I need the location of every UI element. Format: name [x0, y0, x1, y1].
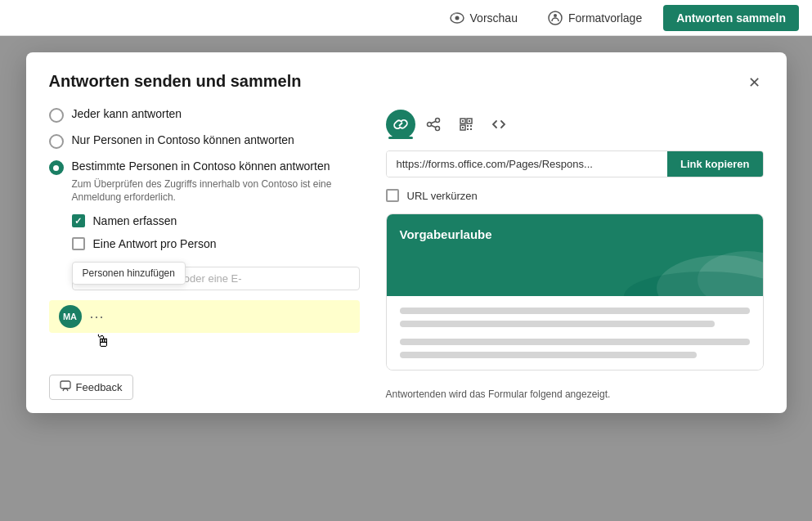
checkbox-row-1[interactable]: Namen erfassen	[72, 214, 360, 227]
preview-button[interactable]: Vorschau	[441, 5, 526, 31]
left-panel: Jeder kann antworten Nur Personen in Con…	[49, 106, 360, 400]
tooltip-box: Personen hinzufügen	[72, 262, 186, 285]
radio-label-3: Bestimmte Personen in Contoso können ant…	[72, 159, 330, 173]
radio-circle-3	[49, 160, 64, 175]
preview-card: Vorgabeurlaube	[386, 213, 764, 371]
template-label: Formatvorlage	[568, 11, 642, 25]
shorten-label: URL verkürzen	[407, 190, 478, 202]
url-shorten-row: URL verkürzen	[386, 189, 764, 202]
wave-decoration	[599, 239, 763, 296]
svg-point-7	[435, 127, 439, 131]
content-line-2	[400, 321, 715, 327]
person-tag-row: MA ···	[49, 300, 360, 333]
svg-point-6	[435, 119, 439, 123]
copy-link-button[interactable]: Link kopieren	[667, 151, 763, 177]
radio-option-3[interactable]: Bestimmte Personen in Contoso können ant…	[49, 159, 360, 204]
tab-share[interactable]	[419, 110, 448, 139]
radio-subtext: Zum Überprüfen des Zugriffs innerhalb vo…	[72, 177, 360, 205]
preview-card-content	[387, 296, 763, 370]
modal-header: Antworten senden und sammeln ✕	[26, 52, 787, 106]
radio-label-2: Nur Personen in Contoso können antworten	[72, 132, 294, 149]
tab-icons-row	[386, 110, 764, 139]
url-row: Link kopieren	[386, 150, 764, 177]
svg-rect-13	[462, 120, 464, 122]
svg-rect-19	[470, 128, 472, 130]
collect-button[interactable]: Antworten sammeln	[663, 5, 799, 31]
main-area: Antworten senden und sammeln ✕ Jeder kan…	[0, 36, 812, 521]
modal-title: Antworten senden und sammeln	[49, 72, 302, 91]
eye-icon	[449, 10, 465, 26]
radio-option-2[interactable]: Nur Personen in Contoso können antworten	[49, 132, 360, 149]
svg-point-5	[427, 123, 431, 127]
feedback-icon	[60, 380, 71, 394]
content-line-3	[400, 339, 750, 345]
svg-rect-15	[462, 127, 464, 128]
preview-card-header: Vorgabeurlaube	[387, 214, 763, 296]
shorten-checkbox[interactable]	[386, 189, 399, 202]
checkbox-label-1: Namen erfassen	[93, 214, 177, 227]
radio-label-1: Jeder kann antworten	[72, 106, 182, 123]
tab-indicator	[388, 137, 413, 139]
svg-rect-18	[467, 128, 469, 130]
checkbox-label-2: Eine Antwort pro Person	[93, 237, 217, 250]
content-line-1	[400, 308, 750, 314]
tab-qr[interactable]	[451, 110, 481, 139]
cursor-icon: 🖱	[95, 332, 111, 351]
right-panel: Link kopieren URL verkürzen Vorgabeurlau…	[386, 106, 764, 400]
svg-point-22	[624, 272, 763, 296]
radio-option-3-content: Bestimmte Personen in Contoso können ant…	[72, 159, 360, 204]
preview-caption: Antwortenden wird das Formular folgend a…	[386, 389, 764, 400]
svg-line-9	[431, 125, 436, 128]
feedback-label: Feedback	[76, 381, 123, 393]
svg-rect-17	[470, 125, 472, 127]
tab-embed[interactable]	[484, 110, 514, 139]
modal-overlay: Antworten senden und sammeln ✕ Jeder kan…	[0, 36, 812, 521]
top-bar: Vorschau Formatvorlage Antworten sammeln	[0, 0, 812, 36]
svg-point-3	[554, 14, 557, 17]
person-initials: MA	[63, 312, 77, 321]
svg-line-8	[431, 121, 436, 124]
svg-rect-4	[61, 381, 70, 389]
preview-card-title: Vorgabeurlaube	[400, 227, 492, 241]
radio-circle-2	[49, 134, 64, 149]
template-button[interactable]: Formatvorlage	[539, 5, 650, 31]
template-icon	[547, 10, 563, 26]
svg-rect-16	[467, 125, 469, 127]
feedback-button[interactable]: Feedback	[49, 375, 133, 400]
checkbox-2	[72, 237, 85, 250]
modal-dialog: Antworten senden und sammeln ✕ Jeder kan…	[26, 52, 787, 413]
svg-rect-14	[469, 120, 470, 122]
preview-label: Vorschau	[470, 11, 518, 25]
checkbox-1	[72, 214, 85, 227]
person-menu-dots[interactable]: ···	[90, 308, 105, 326]
person-avatar: MA	[59, 305, 82, 328]
content-line-4	[400, 352, 698, 358]
close-button[interactable]: ✕	[745, 72, 764, 93]
tab-link[interactable]	[386, 110, 415, 139]
radio-option-1[interactable]: Jeder kann antworten	[49, 106, 360, 123]
svg-point-1	[455, 16, 459, 20]
url-input[interactable]	[387, 151, 667, 177]
checkbox-row-2[interactable]: Eine Antwort pro Person	[72, 237, 360, 250]
modal-body: Jeder kann antworten Nur Personen in Con…	[26, 106, 787, 413]
radio-circle-1	[49, 108, 64, 123]
